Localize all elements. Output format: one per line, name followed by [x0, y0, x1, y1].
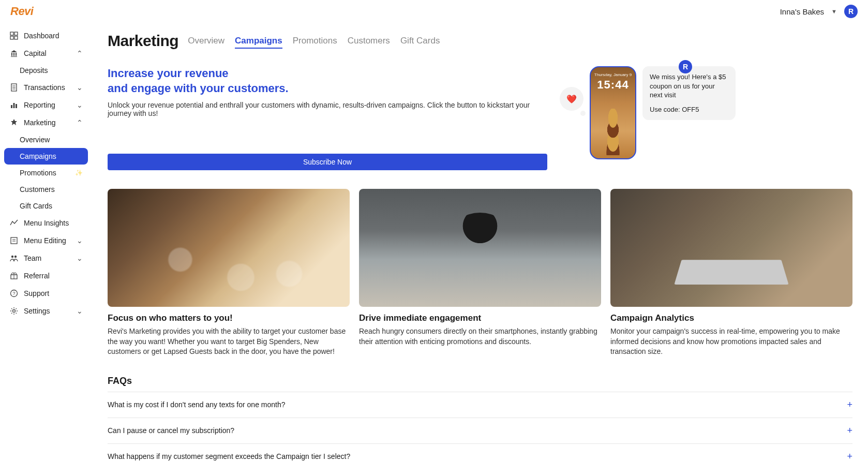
svg-marker-11	[11, 119, 17, 125]
sidebar-item-referral[interactable]: Referral	[4, 267, 88, 285]
phone-time: 15:44	[591, 78, 635, 92]
tab-overview[interactable]: Overview	[188, 36, 225, 49]
sidebar-item-promotions[interactable]: Promotions ✨	[4, 165, 88, 181]
faq-item[interactable]: Can I pause or cancel my subscription? +	[108, 418, 852, 443]
chevron-down-icon: ⌄	[77, 83, 83, 92]
team-icon	[9, 254, 19, 263]
chevron-down-icon: ⌄	[77, 254, 83, 262]
svg-rect-9	[13, 103, 15, 108]
sidebar-item-deposits[interactable]: Deposits	[4, 62, 88, 79]
sidebar-item-label: Gift Cards	[20, 202, 52, 210]
sidebar-item-transactions[interactable]: Transactions ⌄	[4, 79, 88, 96]
dashboard-icon	[9, 31, 19, 40]
gift-icon	[9, 271, 19, 280]
bank-icon	[9, 49, 19, 58]
svg-text:?: ?	[12, 291, 15, 296]
gear-icon	[9, 306, 19, 316]
svg-rect-10	[16, 104, 17, 108]
faq-question: What happens if my customer segment exce…	[108, 452, 350, 460]
svg-point-16	[14, 256, 17, 258]
tab-promotions[interactable]: Promotions	[293, 36, 337, 49]
sidebar-item-label: Dashboard	[24, 32, 59, 40]
avatar[interactable]: R	[844, 5, 858, 18]
faq-item[interactable]: What happens if my customer segment exce…	[108, 443, 852, 469]
sidebar-item-label: Menu Editing	[24, 236, 66, 245]
sidebar-item-customers[interactable]: Customers	[4, 181, 88, 198]
sidebar-item-label: Overview	[20, 136, 50, 144]
sidebar-item-support[interactable]: ? Support	[4, 285, 88, 302]
svg-rect-2	[10, 36, 13, 39]
hero-title: Increase your revenue and engage with yo…	[108, 66, 547, 96]
feature-title: Campaign Analytics	[610, 313, 852, 323]
feature-card-engagement: Drive immediate engagement Reach hungry …	[359, 189, 601, 357]
account-switcher[interactable]: Inna's Bakes ▼ R	[780, 5, 858, 18]
plus-icon: +	[847, 425, 852, 436]
sidebar: Dashboard Capital ⌃ Deposits Transaction…	[0, 23, 92, 476]
feature-desc: Revi's Marketing provides you with the a…	[108, 326, 350, 357]
main-content: Marketing Overview Campaigns Promotions …	[92, 23, 868, 476]
sidebar-item-label: Team	[24, 254, 41, 262]
account-name: Inna's Bakes	[780, 7, 824, 16]
sidebar-item-menu-insights[interactable]: Menu Insights	[4, 214, 88, 232]
sidebar-item-label: Campaigns	[20, 152, 56, 160]
svg-rect-12	[11, 237, 17, 244]
sidebar-item-menu-editing[interactable]: Menu Editing ⌄	[4, 232, 88, 249]
chevron-up-icon: ⌃	[77, 49, 83, 57]
svg-point-15	[11, 256, 13, 258]
help-icon: ?	[9, 289, 19, 298]
svg-rect-0	[10, 32, 13, 35]
sidebar-item-reporting[interactable]: Reporting ⌄	[4, 96, 88, 114]
sidebar-item-dashboard[interactable]: Dashboard	[4, 27, 88, 44]
brand-logo[interactable]: Revi	[10, 5, 33, 18]
heart-bubble-icon: ❤️	[560, 87, 583, 111]
sidebar-item-team[interactable]: Team ⌄	[4, 249, 88, 267]
feature-desc: Reach hungry consumers directly on their…	[359, 326, 601, 347]
sidebar-item-label: Referral	[24, 272, 50, 280]
hero-title-line2: and engage with your customers.	[108, 82, 289, 95]
plus-icon: +	[847, 399, 852, 410]
feature-image	[359, 189, 601, 307]
sidebar-item-label: Capital	[24, 49, 47, 57]
badge-icon	[9, 118, 19, 127]
tab-campaigns[interactable]: Campaigns	[235, 36, 282, 49]
chevron-down-icon: ⌄	[77, 236, 83, 245]
faqs-title: FAQs	[108, 376, 852, 386]
insights-icon	[9, 218, 19, 228]
chevron-down-icon: ⌄	[77, 307, 83, 315]
sidebar-item-capital[interactable]: Capital ⌃	[4, 44, 88, 62]
sidebar-item-label: Menu Insights	[24, 219, 69, 227]
sidebar-item-gift-cards[interactable]: Gift Cards	[4, 198, 88, 214]
sidebar-item-settings[interactable]: Settings ⌄	[4, 302, 88, 320]
sidebar-item-label: Customers	[20, 185, 55, 194]
sparkle-icon: ✨	[75, 169, 83, 176]
feature-title: Focus on who matters to you!	[108, 313, 350, 323]
feature-card-analytics: Campaign Analytics Monitor your campaign…	[610, 189, 852, 357]
faq-item[interactable]: What is my cost if I don't send any text…	[108, 392, 852, 418]
svg-rect-8	[11, 105, 12, 108]
feature-image	[610, 189, 852, 307]
sidebar-item-marketing[interactable]: Marketing ⌃	[4, 114, 88, 131]
notification-line1: We miss you! Here's a $5 coupon on us fo…	[650, 72, 728, 100]
feature-title: Drive immediate engagement	[359, 313, 601, 323]
phone-day: Thursday, January 9	[591, 72, 635, 77]
svg-rect-3	[14, 36, 18, 39]
sidebar-item-label: Reporting	[24, 101, 55, 109]
sidebar-item-campaigns[interactable]: Campaigns	[4, 148, 88, 165]
plus-icon: +	[847, 451, 852, 462]
faq-question: What is my cost if I don't send any text…	[108, 400, 286, 409]
page-title: Marketing	[108, 32, 178, 50]
sidebar-item-overview[interactable]: Overview	[4, 131, 88, 148]
tab-customers[interactable]: Customers	[348, 36, 390, 49]
svg-rect-1	[14, 32, 18, 35]
tabs: Overview Campaigns Promotions Customers …	[188, 36, 440, 50]
sidebar-item-label: Transactions	[24, 83, 65, 92]
sidebar-item-label: Settings	[24, 307, 50, 315]
phone-food-image	[595, 109, 631, 155]
sidebar-item-label: Support	[24, 289, 49, 298]
edit-icon	[9, 236, 19, 245]
notification-card: R We miss you! Here's a $5 coupon on us …	[642, 66, 736, 120]
chart-icon	[9, 100, 19, 110]
tab-gift-cards[interactable]: Gift Cards	[400, 36, 440, 49]
subscribe-button[interactable]: Subscribe Now	[108, 154, 547, 170]
phone-mockup: Thursday, January 9 15:44	[590, 66, 636, 159]
